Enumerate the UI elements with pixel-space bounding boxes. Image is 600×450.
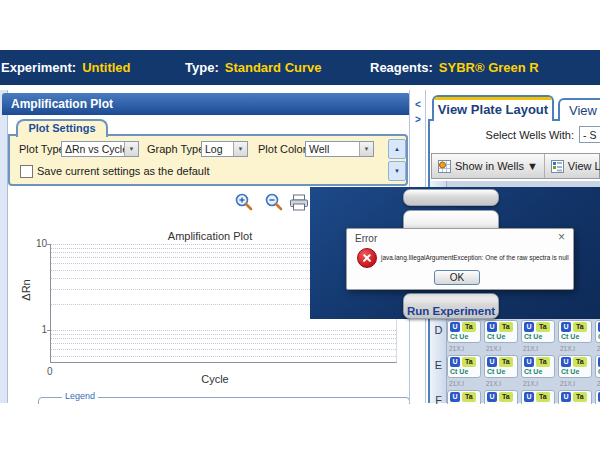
ok-button[interactable]: OK: [434, 270, 480, 285]
save-default-checkbox[interactable]: [20, 165, 33, 178]
type-field: Type:Standard Curve: [185, 60, 322, 75]
well-task-badge: U: [487, 322, 497, 332]
plot-type-select[interactable]: ΔRn vs Cycle ▼: [61, 141, 139, 157]
page-margin: [0, 404, 600, 450]
plot-type-value: ΔRn vs Cycle: [62, 143, 124, 155]
y-tick-mark: [47, 244, 51, 245]
plate-well[interactable]: UTaCt Ue: [484, 355, 518, 378]
tab-view-plate-layout-label: View Plate Layout: [438, 102, 548, 117]
plate-well[interactable]: UTaCt Ue: [447, 320, 481, 343]
reagents-field: Reagents:SYBR® Green R: [370, 60, 539, 75]
well-chips-row: UTa: [450, 357, 478, 367]
type-label: Type:: [185, 60, 219, 75]
well-chips-row: UTa: [450, 322, 478, 332]
plate-well[interactable]: UTaCt Ue: [521, 320, 555, 343]
app-window: Experiment:Untitled Type:Standard Curve …: [0, 0, 600, 450]
tab-plot-settings[interactable]: Plot Settings: [16, 119, 108, 137]
plate-well[interactable]: UTaCt Ue: [558, 320, 592, 343]
select-wells-label: Select Wells With:: [462, 129, 574, 141]
well-task-badge: U: [450, 392, 460, 402]
experiment-header-bar: Experiment:Untitled Type:Standard Curve …: [0, 50, 600, 85]
scroll-up-icon[interactable]: ▲: [388, 139, 406, 159]
well-chips-row: UTa: [487, 357, 515, 367]
well-task-badge: U: [450, 322, 460, 332]
well-chips-row: UTa: [524, 357, 552, 367]
well-target-chip: Ta: [462, 357, 476, 367]
well-detail-text: Ct Ue: [450, 333, 478, 340]
well-note-text: 21X.I: [486, 345, 501, 352]
y-tick-label: 10: [29, 238, 47, 249]
well-target-chip: Ta: [573, 322, 587, 332]
y-tick-label: 1: [29, 324, 47, 335]
select-wells-value: - S: [580, 129, 600, 141]
well-task-badge: U: [524, 357, 534, 367]
well-target-chip: Ta: [536, 392, 550, 402]
plot-color-select[interactable]: Well ▼: [305, 141, 374, 157]
show-in-wells-icon: [438, 160, 451, 173]
error-dialog-title: Error: [355, 233, 377, 244]
show-in-wells-button[interactable]: Show in Wells ▼: [432, 154, 545, 178]
well-chips-row: UTa: [561, 392, 589, 402]
well-target-chip: Ta: [499, 322, 513, 332]
chart-title: Amplification Plot: [120, 230, 300, 242]
well-task-badge: U: [524, 322, 534, 332]
plate-well[interactable]: UTaCt Ue: [595, 355, 600, 378]
scroll-down-icon[interactable]: ▼: [388, 161, 406, 181]
plate-well[interactable]: UTaCt Ue: [595, 320, 600, 343]
plot-settings-scrollbar[interactable]: ▲ ▼: [388, 139, 406, 183]
well-target-chip: Ta: [499, 392, 513, 402]
plot-gridline: [51, 343, 396, 344]
well-target-chip: Ta: [462, 322, 476, 332]
experiment-value: Untitled: [82, 60, 130, 75]
error-message: java.lang.IllegalArgumentException: One …: [381, 254, 569, 261]
dropdown-arrow-icon: ▼: [233, 142, 247, 156]
well-note-text: 21X.I: [560, 345, 575, 352]
well-task-badge: U: [487, 392, 497, 402]
plot-gridline: [51, 356, 396, 357]
zoom-in-button[interactable]: [234, 192, 254, 212]
tab-view-well-table[interactable]: View: [558, 98, 600, 121]
instrument-button-top[interactable]: [403, 189, 499, 206]
plot-gridline: [51, 330, 396, 331]
plate-well[interactable]: UTaCt Ue: [484, 320, 518, 343]
show-in-wells-label: Show in Wells ▼: [455, 160, 538, 172]
x-tick-label: 0: [47, 366, 53, 377]
plate-well[interactable]: UTaCt Ue: [558, 355, 592, 378]
tab-view-plate-layout[interactable]: View Plate Layout: [432, 95, 554, 121]
graph-type-label: Graph Type:: [147, 143, 207, 155]
well-detail-text: Ct Ue: [524, 368, 552, 375]
well-target-chip: Ta: [499, 357, 513, 367]
tab-view-well-table-label: View: [569, 103, 597, 118]
print-button[interactable]: [289, 194, 309, 214]
well-task-badge: U: [561, 357, 571, 367]
run-experiment-label: Run Experiment: [404, 305, 498, 317]
plate-well[interactable]: UTaCt Ue: [521, 355, 555, 378]
well-task-badge: U: [561, 392, 571, 402]
experiment-label: Experiment:: [1, 60, 76, 75]
y-tick-mark: [47, 330, 51, 331]
plot-gridline: [51, 338, 396, 339]
view-legend-button[interactable]: View L: [545, 154, 600, 178]
plot-color-label: Plot Color:: [258, 143, 309, 155]
expand-panel-button[interactable]: >: [412, 113, 424, 126]
well-detail-text: Ct Ue: [561, 333, 589, 340]
plate-well[interactable]: UTaCt Ue: [447, 355, 481, 378]
collapse-panel-button[interactable]: <: [412, 98, 424, 111]
well-chips-row: UTa: [561, 322, 589, 332]
well-note-text: 21X.I: [523, 345, 538, 352]
run-experiment-button[interactable]: Run Experiment: [403, 293, 499, 319]
well-task-badge: U: [524, 392, 534, 402]
experiment-field: Experiment:Untitled: [1, 60, 131, 75]
graph-type-select[interactable]: Log ▼: [201, 141, 248, 157]
select-wells-dropdown[interactable]: - S: [579, 126, 600, 143]
well-task-badge: U: [561, 322, 571, 332]
close-icon[interactable]: ×: [558, 231, 565, 243]
well-chips-row: UTa: [561, 357, 589, 367]
amplification-plot-panel-title: Amplification Plot: [2, 93, 410, 115]
error-icon: [357, 248, 377, 268]
plate-row-label: E: [430, 359, 447, 371]
view-legend-icon: [551, 160, 564, 173]
well-note-text: 21X.I: [449, 345, 464, 352]
zoom-out-button[interactable]: [264, 192, 284, 212]
dropdown-arrow-icon: ▼: [124, 142, 138, 156]
